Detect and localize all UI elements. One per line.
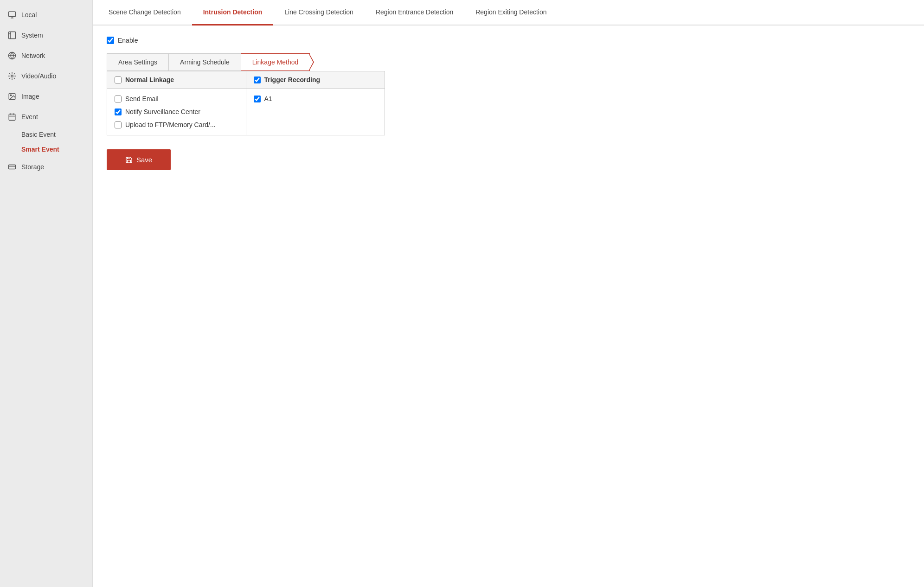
tab-region-exiting[interactable]: Region Exiting Detection (464, 0, 558, 26)
notify-surveillance-label: Notify Surveillance Center (125, 108, 200, 115)
save-label: Save (136, 156, 152, 164)
sidebar-label-storage: Storage (21, 163, 44, 171)
col1-header: Normal Linkage (107, 71, 246, 89)
main-content: Scene Change Detection Intrusion Detecti… (93, 0, 924, 587)
a1-row: A1 (254, 92, 378, 105)
svg-point-8 (11, 75, 13, 77)
sub-tab-area-settings[interactable]: Area Settings (107, 53, 169, 71)
a1-checkbox[interactable] (254, 96, 261, 102)
tab-line-crossing[interactable]: Line Crossing Detection (273, 0, 365, 26)
table-row: Send Email Notify Surveillance Center Up… (107, 89, 385, 135)
sidebar-label-image: Image (21, 93, 39, 100)
sub-tabs: Area Settings Arming Schedule Linkage Me… (107, 53, 910, 71)
sidebar-item-smart-event[interactable]: Smart Event (0, 142, 92, 157)
sidebar-item-video-audio[interactable]: Video/Audio (0, 66, 92, 86)
send-email-row: Send Email (115, 92, 238, 105)
col1-header-label: Normal Linkage (125, 76, 174, 83)
sidebar-item-storage[interactable]: Storage (0, 157, 92, 177)
save-icon (125, 156, 133, 164)
storage-icon (7, 162, 17, 172)
globe-icon (7, 51, 17, 60)
svg-rect-11 (9, 114, 15, 121)
send-email-checkbox[interactable] (115, 96, 122, 102)
normal-linkage-header-checkbox[interactable] (115, 77, 122, 83)
event-icon (7, 112, 17, 121)
upload-ftp-checkbox[interactable] (115, 121, 122, 128)
sidebar: Local System Network Video/Audio (0, 0, 93, 587)
send-email-label: Send Email (125, 95, 159, 102)
sub-tab-linkage-method[interactable]: Linkage Method (241, 53, 310, 71)
svg-point-10 (10, 95, 11, 96)
image-icon (7, 92, 17, 101)
notify-surveillance-checkbox[interactable] (115, 108, 122, 115)
a1-label: A1 (264, 95, 272, 102)
sidebar-label-smart-event: Smart Event (21, 146, 59, 153)
svg-rect-3 (9, 32, 16, 39)
sidebar-item-image[interactable]: Image (0, 86, 92, 107)
trigger-recording-header-checkbox[interactable] (254, 77, 261, 83)
video-icon (7, 71, 17, 81)
top-tabs: Scene Change Detection Intrusion Detecti… (93, 0, 924, 26)
enable-row: Enable (107, 37, 910, 44)
save-button[interactable]: Save (107, 149, 171, 170)
sidebar-label-event: Event (21, 113, 38, 121)
notify-surveillance-row: Notify Surveillance Center (115, 105, 238, 118)
col2-header: Trigger Recording (246, 71, 385, 89)
enable-checkbox[interactable] (107, 37, 114, 44)
sidebar-item-basic-event[interactable]: Basic Event (0, 127, 92, 142)
tab-region-entrance[interactable]: Region Entrance Detection (365, 0, 464, 26)
sidebar-label-system: System (21, 32, 43, 39)
sidebar-item-event[interactable]: Event (0, 107, 92, 127)
tab-scene-change[interactable]: Scene Change Detection (97, 0, 192, 26)
sidebar-label-video-audio: Video/Audio (21, 72, 56, 80)
system-icon (7, 31, 17, 40)
monitor-icon (7, 10, 17, 19)
sidebar-label-network: Network (21, 52, 45, 59)
tab-intrusion[interactable]: Intrusion Detection (192, 0, 274, 26)
sidebar-label-basic-event: Basic Event (21, 131, 56, 138)
linkage-table: Normal Linkage Trigger Recording (107, 71, 385, 135)
upload-ftp-row: Upload to FTP/Memory Card/... (115, 118, 238, 131)
sidebar-item-network[interactable]: Network (0, 45, 92, 66)
col1-cell: Send Email Notify Surveillance Center Up… (107, 89, 246, 135)
enable-label[interactable]: Enable (118, 37, 138, 44)
sub-tab-arming-schedule[interactable]: Arming Schedule (168, 53, 241, 71)
content-area: Enable Area Settings Arming Schedule Lin… (93, 26, 924, 587)
svg-rect-15 (9, 165, 16, 169)
sidebar-label-local: Local (21, 11, 37, 19)
svg-rect-0 (9, 12, 16, 17)
sidebar-item-system[interactable]: System (0, 25, 92, 45)
col2-header-label: Trigger Recording (264, 76, 321, 83)
col2-cell: A1 (246, 89, 385, 135)
upload-ftp-label: Upload to FTP/Memory Card/... (125, 121, 216, 128)
sidebar-item-local[interactable]: Local (0, 5, 92, 25)
